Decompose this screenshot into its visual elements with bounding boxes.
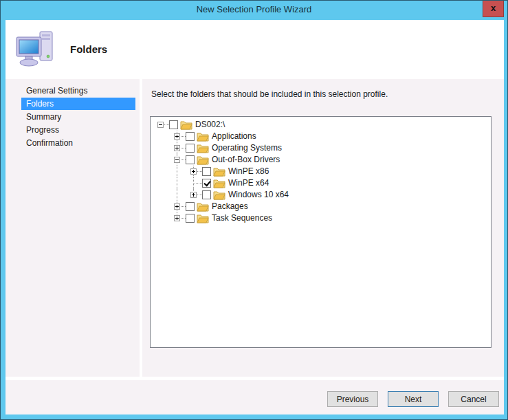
tree-guide	[169, 189, 186, 201]
expand-icon[interactable]	[190, 192, 197, 198]
tree-connector	[169, 142, 186, 154]
cancel-button[interactable]: Cancel	[448, 391, 499, 407]
folder-checkbox[interactable]	[186, 202, 195, 211]
folder-icon	[197, 201, 209, 212]
tree-node-label[interactable]: Applications	[212, 131, 256, 142]
tree-connector	[169, 131, 186, 142]
sidebar-item-progress[interactable]: Progress	[21, 124, 135, 136]
tree-node-label[interactable]: Task Sequences	[212, 212, 272, 224]
folder-checkbox[interactable]	[186, 155, 195, 164]
tree-connector	[169, 212, 186, 224]
tree-row: WinPE x86	[153, 166, 491, 177]
tree-connector	[186, 177, 202, 189]
expand-icon[interactable]	[174, 203, 180, 210]
main-content: Select the folders that should be includ…	[142, 79, 504, 377]
folder-checkbox[interactable]	[186, 214, 195, 223]
folder-icon	[197, 155, 209, 165]
sidebar-item-general-settings[interactable]: General Settings	[21, 85, 135, 97]
expand-icon[interactable]	[190, 168, 197, 175]
tree-row: DS002:\	[153, 119, 491, 131]
folder-icon	[180, 120, 192, 130]
instruction-text: Select the folders that should be includ…	[151, 89, 388, 99]
wizard-window: New Selection Profile Wizard x	[0, 0, 508, 420]
tree-node-label[interactable]: Windows 10 x64	[228, 189, 289, 201]
folder-checkbox[interactable]	[186, 132, 195, 141]
tree-connector	[169, 201, 186, 212]
tree-row: Task Sequences	[153, 212, 491, 224]
folder-icon	[197, 131, 209, 142]
tree-guide	[153, 189, 169, 201]
tree-guide	[153, 131, 169, 142]
tree-connector	[169, 154, 186, 166]
collapse-icon[interactable]	[174, 157, 180, 163]
tree-node-label[interactable]: Operating Systems	[212, 142, 282, 154]
tree-node-label[interactable]: DS002:\	[195, 119, 225, 131]
folder-checkbox[interactable]	[202, 190, 211, 199]
folder-checkbox[interactable]	[186, 144, 195, 153]
tree-row: WinPE x64	[153, 177, 491, 189]
expand-icon[interactable]	[174, 215, 180, 221]
tree-guide	[169, 177, 186, 189]
tree-row: Packages	[153, 201, 491, 212]
title-bar[interactable]: New Selection Profile Wizard x	[1, 1, 507, 20]
expand-icon[interactable]	[174, 133, 180, 140]
tree-row: Windows 10 x64	[153, 189, 491, 201]
tree-guide	[153, 201, 169, 212]
tree-guide	[153, 142, 169, 154]
sidebar-item-confirmation[interactable]: Confirmation	[21, 137, 135, 149]
tree-guide	[153, 154, 169, 166]
folder-icon	[197, 143, 209, 153]
tree-row: Operating Systems	[153, 142, 491, 154]
close-button[interactable]: x	[483, 1, 504, 17]
page-title: Folders	[70, 43, 107, 55]
window-title: New Selection Profile Wizard	[1, 4, 507, 14]
tree-connector	[186, 166, 202, 177]
client-area: Folders General SettingsFoldersSummaryPr…	[5, 20, 504, 415]
tree-row: Out-of-Box Drivers	[153, 154, 491, 166]
computer-icon	[15, 29, 58, 70]
wizard-header: Folders	[5, 20, 504, 78]
tree-connector	[186, 189, 202, 201]
folder-checkbox[interactable]	[202, 179, 211, 188]
collapse-icon[interactable]	[157, 122, 164, 128]
folder-icon	[213, 178, 225, 188]
tree-connector	[153, 119, 169, 131]
tree-guide	[153, 212, 169, 224]
sidebar-item-folders[interactable]: Folders	[21, 98, 135, 110]
previous-button[interactable]: Previous	[327, 391, 378, 407]
tree-node-label[interactable]: WinPE x64	[228, 177, 269, 189]
tree-node-label[interactable]: Out-of-Box Drivers	[212, 154, 280, 166]
tree-node-label[interactable]: Packages	[212, 201, 248, 212]
folder-icon	[197, 213, 209, 223]
tree-guide	[153, 166, 169, 177]
folder-tree[interactable]: DS002:\ Applications Operating Systems O…	[150, 116, 492, 348]
folder-icon	[213, 166, 225, 177]
folder-checkbox[interactable]	[169, 120, 178, 129]
tree-guide	[169, 166, 186, 177]
tree-row: Applications	[153, 131, 491, 142]
next-button[interactable]: Next	[388, 391, 439, 407]
tree-node-label[interactable]: WinPE x86	[228, 166, 269, 177]
sidebar-item-summary[interactable]: Summary	[21, 111, 135, 123]
folder-icon	[213, 190, 225, 200]
expand-icon[interactable]	[174, 145, 180, 151]
tree-guide	[153, 177, 169, 189]
button-bar: PreviousNextCancel	[5, 380, 504, 415]
wizard-steps-sidebar: General SettingsFoldersSummaryProgressCo…	[5, 79, 140, 377]
folder-checkbox[interactable]	[202, 167, 211, 176]
